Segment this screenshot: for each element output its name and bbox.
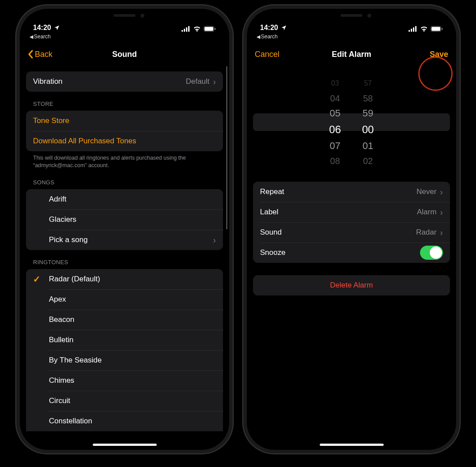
tone-store-row[interactable]: Tone Store <box>26 111 223 131</box>
song-label: Glaciers <box>49 215 76 224</box>
ringtone-row[interactable]: Apex <box>26 289 223 310</box>
back-label: Back <box>35 50 52 59</box>
phone-frame-left: 14:20 ◀ Search <box>20 9 229 450</box>
sound-row[interactable]: Sound Radar › <box>253 222 450 243</box>
picker-value: 08 <box>330 153 340 168</box>
ringtone-label: Bulletin <box>49 336 74 344</box>
breadcrumb[interactable]: ◀ Search <box>20 33 229 43</box>
chevron-right-icon: › <box>440 228 443 237</box>
chevron-left-icon: ◀ <box>257 34 260 40</box>
snooze-row: Snooze <box>253 243 450 263</box>
checkmark-icon: ✓ <box>33 274 41 284</box>
store-footer: This will download all ringtones and ale… <box>26 151 223 170</box>
repeat-value: Never <box>416 187 436 196</box>
picker-value: 01 <box>363 138 373 153</box>
chevron-right-icon: › <box>440 208 443 217</box>
sound-label: Sound <box>260 228 282 237</box>
download-all-label: Download All Purchased Tones <box>33 137 136 146</box>
save-label: Save <box>430 50 448 59</box>
ringtone-row[interactable]: Chimes <box>26 370 223 391</box>
picker-selected-minute: 00 <box>362 121 374 138</box>
back-button[interactable]: Back <box>28 50 52 59</box>
ringtone-row[interactable]: Bulletin <box>26 330 223 350</box>
save-button[interactable]: Save <box>430 50 448 59</box>
chevron-right-icon: › <box>213 77 216 86</box>
svg-rect-9 <box>413 27 414 32</box>
svg-rect-5 <box>205 27 213 31</box>
snooze-toggle[interactable] <box>420 246 443 260</box>
vibration-row[interactable]: Vibration Default › <box>26 71 223 92</box>
picker-value: 59 <box>363 106 373 121</box>
song-row[interactable]: Adrift <box>26 189 223 209</box>
location-icon <box>54 25 60 31</box>
ringtones-header: RINGTONES <box>26 256 223 269</box>
snooze-label: Snooze <box>260 248 286 257</box>
svg-rect-0 <box>182 30 183 32</box>
breadcrumb[interactable]: ◀ Search <box>247 33 456 43</box>
delete-alarm-label: Delete Alarm <box>330 281 373 290</box>
label-row[interactable]: Label Alarm › <box>253 202 450 222</box>
home-indicator[interactable] <box>93 444 156 446</box>
picker-value: 03 <box>331 76 339 91</box>
pick-song-row[interactable]: Pick a song › <box>26 230 223 250</box>
pick-song-label: Pick a song <box>49 235 88 244</box>
repeat-label: Repeat <box>260 187 284 196</box>
ringtone-row[interactable]: Beacon <box>26 310 223 330</box>
picker-value: 04 <box>330 91 340 106</box>
ringtone-label: Constellation <box>49 417 92 426</box>
status-time: 14:20 <box>260 24 278 32</box>
label-label: Label <box>260 208 279 217</box>
cellular-signal-icon <box>409 26 417 32</box>
chevron-right-icon: › <box>440 187 443 196</box>
navbar: Back Sound <box>20 43 229 65</box>
phone-frame-right: 14:20 ◀ Search <box>247 9 456 450</box>
download-all-row[interactable]: Download All Purchased Tones <box>26 131 223 151</box>
ringtone-label: Radar (Default) <box>49 275 100 284</box>
picker-value: 57 <box>364 76 372 91</box>
location-icon <box>281 25 287 31</box>
breadcrumb-label: Search <box>34 34 51 40</box>
repeat-row[interactable]: Repeat Never › <box>253 182 450 202</box>
chevron-left-icon <box>28 50 33 59</box>
svg-rect-10 <box>415 26 416 32</box>
scrollbar[interactable] <box>226 66 227 229</box>
time-picker[interactable]: 03 04 05 06 07 08 09 57 58 59 00 01 <box>253 76 450 168</box>
breadcrumb-label: Search <box>261 34 278 40</box>
songs-header: SONGS <box>26 176 223 189</box>
label-value: Alarm <box>417 208 436 217</box>
cancel-label: Cancel <box>255 50 279 59</box>
ringtone-row[interactable]: By The Seaside <box>26 350 223 370</box>
ringtone-label: Apex <box>49 295 66 304</box>
store-header: STORE <box>26 98 223 111</box>
home-indicator[interactable] <box>320 444 383 446</box>
ringtone-row[interactable]: Constellation <box>26 411 223 431</box>
delete-alarm-button[interactable]: Delete Alarm <box>253 275 450 295</box>
chevron-right-icon: › <box>213 235 216 244</box>
minute-column[interactable]: 57 58 59 00 01 02 03 <box>362 76 374 168</box>
ringtone-label: Circuit <box>49 396 70 405</box>
battery-icon <box>204 26 216 32</box>
svg-rect-12 <box>431 27 440 31</box>
picker-value: 02 <box>363 153 373 168</box>
cancel-button[interactable]: Cancel <box>255 50 279 59</box>
svg-rect-6 <box>215 28 216 30</box>
sound-value: Radar <box>416 228 436 237</box>
svg-rect-1 <box>184 29 185 32</box>
picker-selected-hour: 06 <box>329 121 341 138</box>
vibration-value: Default <box>186 77 209 86</box>
ringtone-label: Beacon <box>49 315 74 324</box>
ringtone-row[interactable]: Circuit <box>26 391 223 411</box>
ringtone-label: By The Seaside <box>49 356 102 365</box>
wifi-icon <box>193 26 201 32</box>
svg-rect-13 <box>442 28 443 30</box>
cellular-signal-icon <box>182 26 190 32</box>
song-label: Adrift <box>49 195 67 204</box>
tone-store-label: Tone Store <box>33 116 69 125</box>
svg-rect-8 <box>411 29 412 32</box>
ringtone-row[interactable]: ✓ Radar (Default) <box>26 269 223 289</box>
picker-value: 58 <box>363 91 373 106</box>
svg-rect-2 <box>186 27 187 32</box>
wifi-icon <box>420 26 428 32</box>
song-row[interactable]: Glaciers <box>26 209 223 230</box>
hour-column[interactable]: 03 04 05 06 07 08 09 <box>329 76 341 168</box>
